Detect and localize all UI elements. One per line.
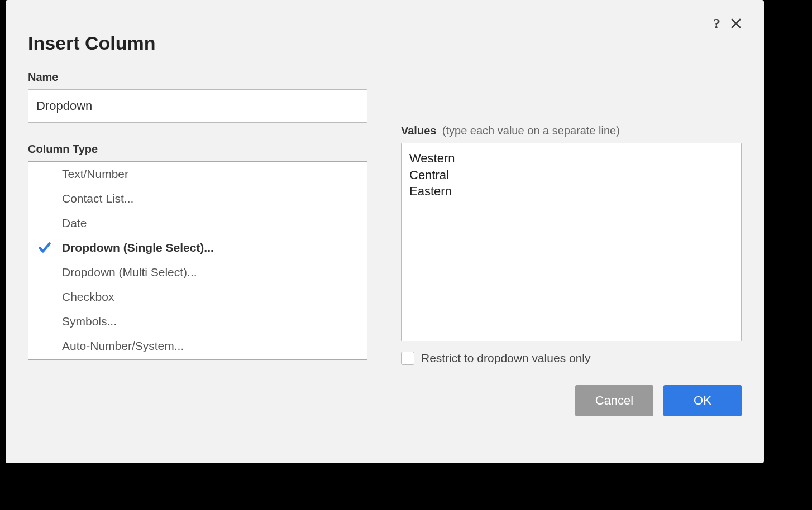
dialog-title: Insert Column <box>28 32 156 54</box>
close-icon[interactable] <box>730 17 742 31</box>
column-type-item-label: Date <box>62 216 87 230</box>
buttons-row: Cancel OK <box>401 385 742 416</box>
column-type-item[interactable]: Text/Number <box>28 162 367 186</box>
column-type-item[interactable]: Date <box>28 211 367 235</box>
name-input[interactable] <box>28 89 367 123</box>
column-type-item[interactable]: Contact List... <box>28 186 367 211</box>
column-type-item-label: Dropdown (Single Select)... <box>62 241 214 254</box>
column-type-item-label: Auto-Number/System... <box>62 339 184 353</box>
dialog-header: Insert Column ? <box>28 17 742 54</box>
column-type-item-label: Dropdown (Multi Select)... <box>62 266 197 279</box>
column-type-item[interactable]: Checkbox <box>28 285 367 309</box>
name-field-group: Name <box>28 71 367 123</box>
spacer <box>401 71 742 124</box>
column-type-label: Column Type <box>28 143 367 156</box>
insert-column-dialog: Insert Column ? Name Column Type Text/Nu… <box>6 0 764 463</box>
values-label-wrap: Values (type each value on a separate li… <box>401 124 742 137</box>
values-textarea[interactable] <box>401 143 742 341</box>
column-type-list[interactable]: Text/NumberContact List...DateDropdown (… <box>28 161 367 360</box>
dialog-top-icons: ? <box>713 17 742 31</box>
restrict-checkbox[interactable] <box>401 352 414 365</box>
column-type-item[interactable]: Auto-Number/System... <box>28 334 367 358</box>
column-type-item-label: Checkbox <box>62 290 114 304</box>
restrict-label: Restrict to dropdown values only <box>421 352 591 365</box>
restrict-checkbox-row: Restrict to dropdown values only <box>401 352 742 365</box>
values-label: Values <box>401 124 436 137</box>
help-icon[interactable]: ? <box>713 17 720 31</box>
column-type-item-label: Text/Number <box>62 167 128 181</box>
cancel-button[interactable]: Cancel <box>575 385 653 416</box>
column-type-group: Column Type Text/NumberContact List...Da… <box>28 143 367 360</box>
dialog-content: Name Column Type Text/NumberContact List… <box>28 71 742 416</box>
check-icon <box>37 240 62 255</box>
column-type-item-label: Contact List... <box>62 192 133 205</box>
name-label: Name <box>28 71 367 84</box>
values-hint: (type each value on a separate line) <box>442 124 620 137</box>
column-type-item[interactable]: Symbols... <box>28 309 367 334</box>
left-column: Name Column Type Text/NumberContact List… <box>28 71 367 416</box>
right-column: Values (type each value on a separate li… <box>401 71 742 416</box>
ok-button[interactable]: OK <box>663 385 742 416</box>
column-type-item[interactable]: Dropdown (Single Select)... <box>28 235 367 260</box>
column-type-item-label: Symbols... <box>62 315 117 328</box>
column-type-item[interactable]: Dropdown (Multi Select)... <box>28 260 367 285</box>
